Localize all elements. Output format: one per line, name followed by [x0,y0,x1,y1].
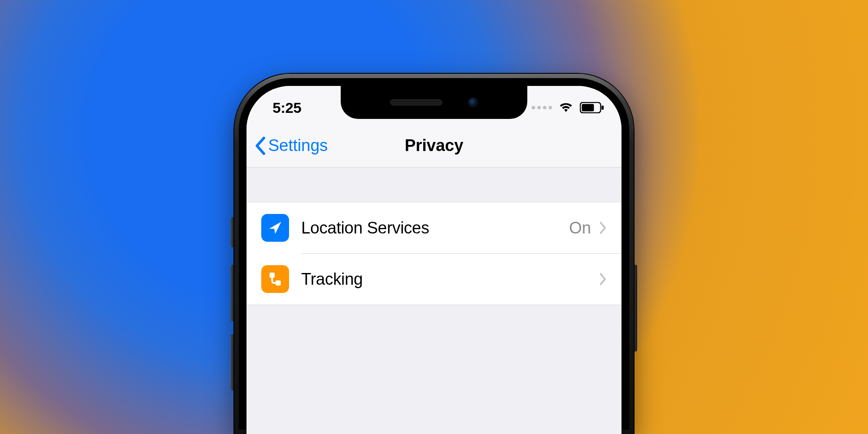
battery-icon [580,102,604,113]
signal-dots-icon [532,106,552,109]
row-value: On [569,219,591,237]
speaker-grille [390,99,442,105]
settings-content: Location Services On [247,168,621,434]
screen: 5:25 [247,86,621,434]
phone-frame: 5:25 [234,74,634,434]
row-tracking[interactable]: Tracking [247,253,621,305]
chevron-right-icon [599,221,607,234]
back-button[interactable]: Settings [247,136,328,155]
nav-bar: Settings Privacy [247,124,621,168]
phone-mock: 5:25 [234,74,634,434]
status-time: 5:25 [273,99,301,116]
back-label: Settings [268,136,328,155]
tracking-icon [261,265,289,293]
chevron-right-icon [599,273,607,286]
wifi-icon [558,102,574,114]
location-arrow-icon [261,214,289,242]
row-label: Location Services [301,219,569,237]
notch [341,86,527,119]
section-spacer [247,305,621,340]
front-camera [468,98,478,107]
row-location-services[interactable]: Location Services On [247,202,621,253]
chevron-left-icon [254,136,266,155]
page-title: Privacy [404,136,463,155]
status-right-cluster [532,102,604,114]
row-label: Tracking [301,270,591,289]
settings-list: Location Services On [247,202,621,305]
svg-rect-1 [582,104,594,112]
svg-rect-2 [602,105,604,110]
section-spacer [247,168,621,202]
